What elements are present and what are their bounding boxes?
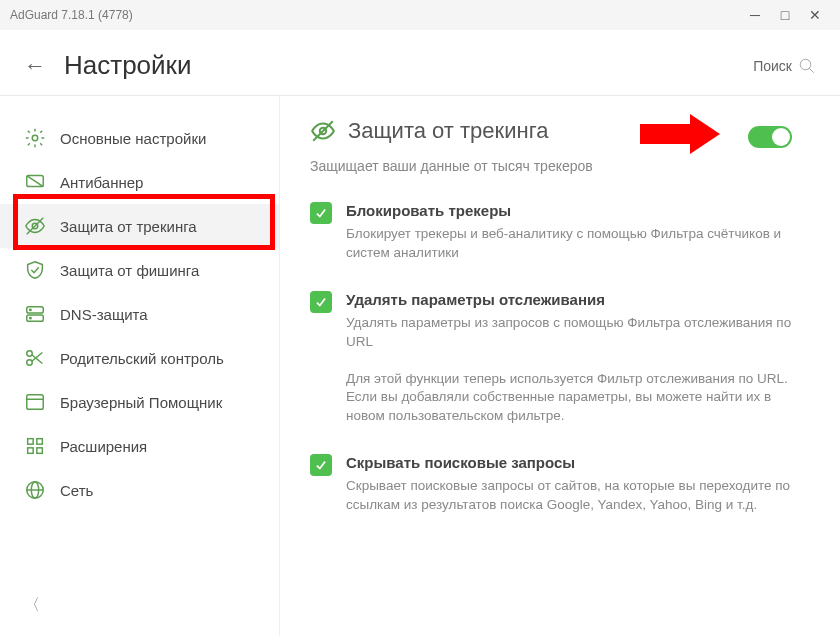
svg-rect-20	[37, 448, 43, 454]
sidebar-item-tracking[interactable]: Защита от трекинга	[0, 204, 279, 248]
server-icon	[24, 303, 46, 325]
svg-rect-17	[28, 439, 34, 445]
search-icon	[798, 57, 816, 75]
option-desc: Скрывает поисковые запросы от сайтов, на…	[346, 477, 800, 515]
svg-point-0	[800, 59, 811, 70]
sidebar-item-label: Антибаннер	[60, 174, 143, 191]
checkbox-block-trackers[interactable]	[310, 202, 332, 224]
sidebar-item-label: Основные настройки	[60, 130, 206, 147]
toggle-knob	[772, 128, 790, 146]
maximize-button[interactable]: □	[770, 7, 800, 23]
check-icon	[314, 206, 328, 220]
svg-point-10	[30, 317, 31, 318]
checkbox-remove-tracking-params[interactable]	[310, 291, 332, 313]
page-subtitle: Защищает ваши данные от тысяч трекеров	[310, 158, 800, 174]
page-heading: Настройки	[64, 50, 753, 81]
gear-icon	[24, 127, 46, 149]
tracking-protection-toggle[interactable]	[748, 126, 792, 148]
svg-line-4	[27, 176, 44, 187]
sidebar-item-label: Браузерный Помощник	[60, 394, 222, 411]
page-title-row: Защита от трекинга	[310, 118, 800, 144]
sidebar-item-label: Сеть	[60, 482, 93, 499]
title-bar: AdGuard 7.18.1 (4778) ─ □ ✕	[0, 0, 840, 30]
option-title: Удалять параметры отслеживания	[346, 291, 800, 308]
svg-line-1	[809, 68, 814, 73]
minimize-button[interactable]: ─	[740, 7, 770, 23]
sidebar-item-label: Родительский контроль	[60, 350, 224, 367]
option-desc: Блокирует трекеры и веб-аналитику с помо…	[346, 225, 800, 263]
globe-icon	[24, 479, 46, 501]
svg-point-9	[30, 309, 31, 310]
sidebar-item-extensions[interactable]: Расширения	[0, 424, 279, 468]
option-title: Скрывать поисковые запросы	[346, 454, 800, 471]
sidebar-item-parental[interactable]: Родительский контроль	[0, 336, 279, 380]
option-block-trackers: Блокировать трекеры Блокирует трекеры и …	[310, 202, 800, 263]
sidebar-item-label: DNS-защита	[60, 306, 148, 323]
sidebar-item-general[interactable]: Основные настройки	[0, 116, 279, 160]
sidebar-item-network[interactable]: Сеть	[0, 468, 279, 512]
svg-rect-18	[37, 439, 43, 445]
check-icon	[314, 458, 328, 472]
option-title: Блокировать трекеры	[346, 202, 800, 219]
sidebar: Основные настройки Антибаннер Защита от …	[0, 96, 280, 636]
sidebar-item-label: Защита от фишинга	[60, 262, 199, 279]
close-button[interactable]: ✕	[800, 7, 830, 23]
svg-rect-19	[28, 448, 34, 454]
content-pane: Защита от трекинга Защищает ваши данные …	[280, 96, 840, 636]
checkbox-hide-search-queries[interactable]	[310, 454, 332, 476]
eye-slash-icon	[310, 118, 336, 144]
scissors-icon	[24, 347, 46, 369]
option-remove-tracking-params: Удалять параметры отслеживания Удалять п…	[310, 291, 800, 352]
check-icon	[314, 295, 328, 309]
sidebar-item-dns[interactable]: DNS-защита	[0, 292, 279, 336]
monitor-slash-icon	[24, 171, 46, 193]
sidebar-item-label: Защита от трекинга	[60, 218, 197, 235]
window-icon	[24, 391, 46, 413]
svg-rect-15	[27, 395, 44, 410]
search-button[interactable]: Поиск	[753, 57, 816, 75]
grid-icon	[24, 435, 46, 457]
window-title: AdGuard 7.18.1 (4778)	[10, 8, 740, 22]
sidebar-item-assistant[interactable]: Браузерный Помощник	[0, 380, 279, 424]
page-title: Защита от трекинга	[348, 118, 548, 144]
svg-point-2	[32, 135, 38, 141]
sidebar-item-label: Расширения	[60, 438, 147, 455]
header: ← Настройки Поиск	[0, 30, 840, 95]
eye-slash-icon	[24, 215, 46, 237]
option-hide-search-queries: Скрывать поисковые запросы Скрывает поис…	[310, 454, 800, 515]
option-note: Для этой функции теперь используется Фил…	[346, 370, 800, 427]
sidebar-item-phishing[interactable]: Защита от фишинга	[0, 248, 279, 292]
shield-check-icon	[24, 259, 46, 281]
sidebar-collapse-button[interactable]: 〈	[0, 585, 279, 626]
search-label: Поиск	[753, 58, 792, 74]
back-arrow-icon[interactable]: ←	[24, 53, 46, 79]
sidebar-item-antibanner[interactable]: Антибаннер	[0, 160, 279, 204]
option-desc: Удалять параметры из запросов с помощью …	[346, 314, 800, 352]
